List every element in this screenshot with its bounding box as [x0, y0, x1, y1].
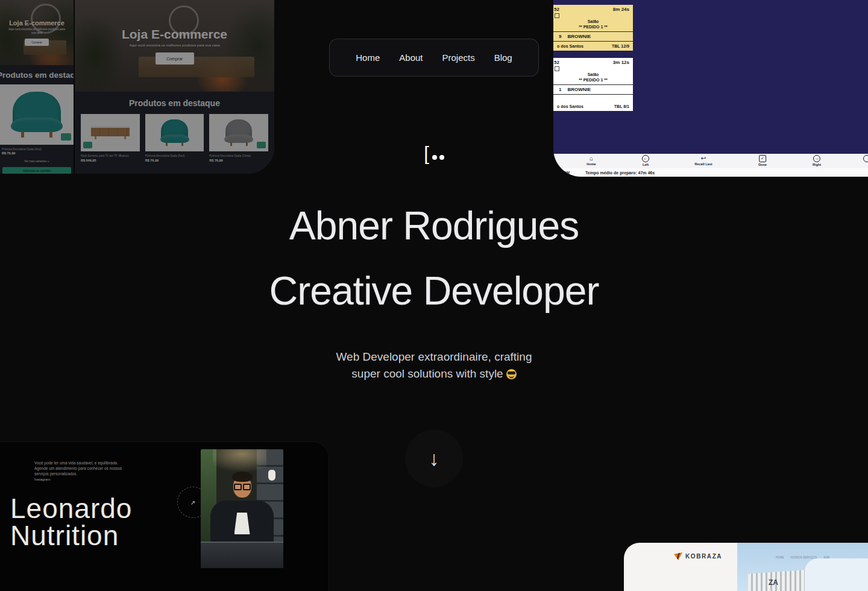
ticket-table: TBL 8/1: [614, 104, 629, 109]
order-ticket: 52 3m 12s Salão ** PEDIDO 1 ** 1 BROWNIE…: [553, 58, 633, 111]
ecommerce-mobile-add-to-cart-button: Adicionar ao carrinho: [2, 167, 71, 174]
bracket-glyph: [: [424, 144, 429, 163]
project-thumbnail-kobraza[interactable]: ZA KOBRAZA HOME NOSSOS SERVIÇOS SOB: [624, 543, 868, 591]
nav-item-blog[interactable]: Blog: [494, 52, 512, 63]
ecommerce-desktop-hero: Loja E-commerce Aqui você encontra os me…: [75, 0, 274, 92]
divider: [553, 84, 633, 85]
ticket-number: 52: [554, 7, 559, 12]
man-hair: [232, 472, 253, 482]
main-nav: Home About Projects Blog: [329, 39, 539, 77]
kobraza-nav-services: NOSSOS SERVIÇOS: [791, 556, 817, 559]
nav-item-projects[interactable]: Projects: [442, 52, 475, 63]
kobraza-nav-clipped: SOB: [823, 556, 829, 559]
glasses-icon: [234, 484, 251, 490]
teal-armchair-image: [160, 119, 189, 146]
ticket-order-label: ** PEDIDO 1 **: [553, 77, 633, 83]
tv-stand-image: [91, 126, 130, 139]
ecommerce-mobile-buy-button: Comprar: [25, 39, 49, 46]
checkbox-icon: [555, 13, 559, 18]
hero-title-name: Abner Rodrigues: [0, 203, 868, 248]
kobraza-nav-home: HOME: [776, 556, 784, 559]
divider: [553, 41, 633, 42]
ticket-area: Salão: [553, 72, 633, 77]
ticket-number: 52: [554, 60, 559, 65]
ticket-area: Salão: [553, 19, 633, 24]
item-qty: 1: [559, 87, 561, 92]
teal-armchair-image: [11, 92, 63, 137]
ecommerce-desktop-buy-button: Comprar: [156, 52, 194, 65]
item-name: BROWNIE: [567, 87, 591, 92]
ticket-timer: 8m 24s: [613, 7, 629, 12]
kobraza-logo: KOBRAZA: [674, 552, 722, 560]
ticket-customer: o dos Santos: [557, 44, 583, 48]
nutrition-intro-text: Você pode ter uma vida saudável, e equil…: [34, 460, 122, 476]
ecommerce-desktop-subtitle: Aqui você encontra os melhores produtos …: [129, 43, 219, 47]
arrow-down-icon: ↓: [429, 448, 439, 469]
scroll-down-indicator[interactable]: ↓: [405, 429, 463, 487]
ecommerce-mobile-subtitle: Aqui você encontra os melhores produtos …: [8, 28, 64, 35]
laptop: [201, 542, 283, 568]
white-vase: [268, 470, 275, 481]
hero-subtitle: Web Developer extraordinaire, crafting s…: [0, 349, 868, 382]
prep-time-status: Tempo médio de preparo: 47m 46s: [585, 171, 655, 175]
ecommerce-desktop-title: Loja E-commerce: [122, 27, 227, 42]
cart-badge-icon: [61, 133, 71, 141]
divider: [553, 94, 633, 95]
status-fragment: DOW: [559, 171, 570, 175]
ecommerce-desktop-section-title: Produtos em destaque: [75, 98, 274, 108]
nav-item-about[interactable]: About: [399, 52, 423, 63]
portfolio-hero-page: Loja E-commerce Aqui você encontra os me…: [0, 0, 868, 591]
kobraza-logo-icon: [674, 552, 682, 560]
sunglasses-emoji-icon: [506, 369, 517, 379]
item-name: BROWNIE: [567, 34, 591, 39]
hero-subtitle-line2: super cool solutions with style: [0, 365, 868, 382]
building-facade: [748, 569, 810, 591]
nutritionist-portrait-photo: [201, 449, 283, 568]
nutrition-title: Leonardo Nutrition: [10, 495, 132, 549]
ticket-customer: o dos Santos: [557, 104, 583, 109]
ecommerce-mobile-product-card: [0, 84, 74, 145]
checkbox-icon: [555, 66, 559, 71]
gray-armchair-image: [224, 119, 253, 146]
ecommerce-mobile-hero: Loja E-commerce Aqui você encontra os me…: [0, 0, 74, 65]
kds-status-bar: DOW Tempo médio de preparo: 47m 46s: [553, 168, 868, 177]
kobraza-brand-name: KOBRAZA: [685, 553, 722, 560]
ticket-order-label: ** PEDIDO 1 **: [553, 24, 633, 30]
kobraza-headline-fragment: ZA: [769, 578, 778, 587]
ecommerce-mobile-title: Loja E-commerce: [9, 19, 64, 27]
hero-subtitle-line1: Web Developer extraordinaire, crafting: [0, 349, 868, 365]
hero-title-role: Creative Developer: [0, 268, 868, 314]
project-thumbnail-nutrition[interactable]: Você pode ter uma vida saudável, e equil…: [0, 442, 329, 591]
ticket-table: TBL 12/9: [612, 44, 629, 48]
ecommerce-mobile-section-title: Produtos em destaque: [0, 71, 74, 80]
nutrition-instagram-link: Instagram: [34, 478, 51, 481]
overlapping-screenshot-card: [805, 558, 868, 591]
bracket-dots-logo: [: [0, 144, 868, 166]
logo-dots-icon: [432, 155, 444, 160]
nav-item-home[interactable]: Home: [356, 52, 380, 63]
divider: [553, 31, 633, 32]
ticket-timer: 3m 12s: [613, 60, 629, 65]
arrow-up-right-icon: ↗: [190, 499, 195, 506]
kobraza-nav: HOME NOSSOS SERVIÇOS SOB: [776, 556, 829, 559]
item-qty: 9: [559, 34, 561, 39]
order-ticket: 52 8m 24s Salão ** PEDIDO 1 ** 9 BROWNIE…: [553, 5, 633, 51]
